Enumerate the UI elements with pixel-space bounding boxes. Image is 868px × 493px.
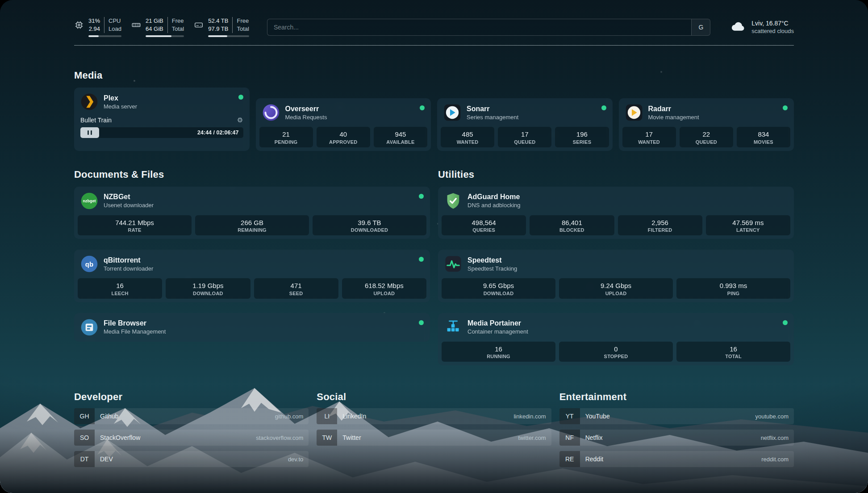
media-section: Media Plex Media server [74,70,794,151]
bookmark-abbr: LI [317,408,337,424]
bookmark-row-netflix[interactable]: NF Netflix netflix.com [559,430,794,446]
stat-box: 86,401BLOCKED [530,215,614,236]
section-title-entertainment: Entertainment [559,391,794,403]
stat-box: 0.993 msPING [676,278,790,299]
service-desc: Series management [467,114,518,121]
stat-box: 17WANTED [622,127,676,147]
bookmark-domain: reddit.com [756,451,794,467]
bookmark-row-twitter[interactable]: TW Twitter twitter.com [317,430,551,446]
cpu-labels: CPU Load [104,17,121,33]
service-card-nzbget[interactable]: nzbget NZBGet Usenet downloader 744.21 M… [74,187,430,239]
bookmark-row-linkedin[interactable]: LI LinkedIn linkedin.com [317,408,551,424]
bookmark-row-stackoverflow[interactable]: SO StackOverflow stackoverflow.com [74,430,309,446]
bookmark-name: Reddit [580,451,609,467]
bookmark-row-github[interactable]: GH Github github.com [74,408,309,424]
stat-box: 9.24 GbpsUPLOAD [559,278,673,299]
cpu-widget: 31% 2.94 CPU Load [74,17,121,37]
settings-gear-icon[interactable]: ⚙ [237,116,243,124]
adguard-shield-icon [444,192,462,210]
cloud-icon [730,18,746,36]
disk-usage-bar [208,35,249,37]
search-provider-button[interactable]: G [691,19,710,35]
memory-free-value: 21 GiB [146,17,163,25]
svg-text:qb: qb [85,260,93,268]
bookmark-domain: stackoverflow.com [250,430,309,446]
service-card-plex[interactable]: Plex Media server Bullet Train ⚙ 24:44 /… [74,88,250,151]
weather-location: Lviv, 16.87°C [751,20,794,27]
bookmark-row-reddit[interactable]: RE Reddit reddit.com [559,451,794,467]
stat-box: 47.569 msLATENCY [706,215,790,236]
stat-box: 834MOVIES [737,127,790,147]
status-dot [419,194,424,199]
service-card-overseerr[interactable]: Overseerr Media Requests 21PENDING 40APP… [256,98,431,151]
service-desc: Media File Management [104,328,166,335]
documents-column: Documents & Files nzbget NZBGet Usenet d… [74,151,430,342]
bookmark-name: Github [95,408,124,424]
plex-now-playing: Bullet Train ⚙ 24:44 / 02:06:47 [74,116,250,143]
cpu-usage-bar [88,35,121,37]
plex-icon [80,93,98,111]
bookmark-name: YouTube [580,408,615,424]
weather-widget: Lviv, 16.87°C scattered clouds [730,18,794,36]
pause-button[interactable] [80,127,99,138]
playback-time: 24:44 / 02:06:47 [197,130,238,136]
service-card-speedtest[interactable]: Speedtest Speedtest Tracking 9.65 GbpsDO… [438,250,794,302]
service-card-qbittorrent[interactable]: qb qBittorrent Torrent downloader 16LEEC… [74,250,430,302]
service-name: Sonarr [467,105,518,113]
service-name: Media Portainer [467,319,528,327]
status-dot [601,105,606,110]
bookmark-domain: linkedin.com [508,408,551,424]
service-name: Radarr [648,105,699,113]
bookmarks-section: Developer GH Github github.com SO StackO… [74,391,794,467]
service-desc: DNS and adblocking [467,202,521,209]
bookmark-abbr: YT [559,408,580,424]
stat-box: 498,564QUERIES [442,215,526,236]
stat-box: 39.6 TBDOWNLOADED [313,215,426,236]
cpu-values: 31% 2.94 [88,17,104,33]
service-card-sonarr[interactable]: Sonarr Series management 485WANTED 17QUE… [437,98,613,151]
stat-box: 40APPROVED [317,127,370,147]
bookmark-row-dev[interactable]: DT DEV dev.to [74,451,309,467]
svg-text:nzbget: nzbget [83,199,96,203]
bookmark-row-youtube[interactable]: YT YouTube youtube.com [559,408,794,424]
section-title-utilities: Utilities [438,169,794,180]
disk-labels: Free Total [233,17,249,33]
snow-specks [0,0,1,1]
status-dot [783,320,788,325]
sonarr-icon [443,104,461,121]
service-card-adguard[interactable]: AdGuard Home DNS and adblocking 498,564Q… [438,187,794,239]
stat-box: 196SERIES [555,127,609,147]
service-name: NZBGet [104,193,154,201]
service-name: Overseerr [285,105,327,113]
service-card-radarr[interactable]: Radarr Movie management 17WANTED 22QUEUE… [619,98,794,151]
stat-box: 16RUNNING [442,342,555,362]
bookmark-name: DEV [95,451,118,467]
service-card-filebrowser[interactable]: File Browser Media File Management [74,313,430,342]
stat-box: 1.19 GbpsDOWNLOAD [166,278,250,299]
weather-condition: scattered clouds [751,28,794,34]
now-playing-title: Bullet Train [80,117,112,124]
stat-box: 22QUEUED [680,127,733,147]
service-desc: Container management [467,328,528,335]
utilities-column: Utilities AdGuard Home DNS and [438,151,794,366]
bookmark-abbr: SO [74,430,95,446]
stat-box: 21PENDING [259,127,313,147]
stat-box: 16LEECH [78,278,162,299]
memory-values: 21 GiB 64 GiB [146,17,168,33]
service-desc: Usenet downloader [104,202,154,209]
service-card-portainer[interactable]: Media Portainer Container management 16R… [438,313,794,366]
bookmark-group-entertainment: Entertainment YT YouTube youtube.com NF … [559,391,794,467]
cpu-usage-value: 31% [88,17,100,25]
bookmark-group-social: Social LI LinkedIn linkedin.com TW Twitt… [317,391,551,446]
dashboard-page: 31% 2.94 CPU Load [0,0,868,493]
bookmark-domain: github.com [270,408,309,424]
search-bar: G [267,19,710,36]
section-title-social: Social [317,391,551,403]
top-bar: 31% 2.94 CPU Load [74,17,794,37]
bookmark-name: Twitter [337,430,366,446]
playback-progress-bar[interactable]: 24:44 / 02:06:47 [80,127,243,138]
search-input[interactable] [267,19,691,35]
section-title-developer: Developer [74,391,309,403]
stat-box: 17QUEUED [498,127,551,147]
bookmark-abbr: DT [74,451,95,467]
